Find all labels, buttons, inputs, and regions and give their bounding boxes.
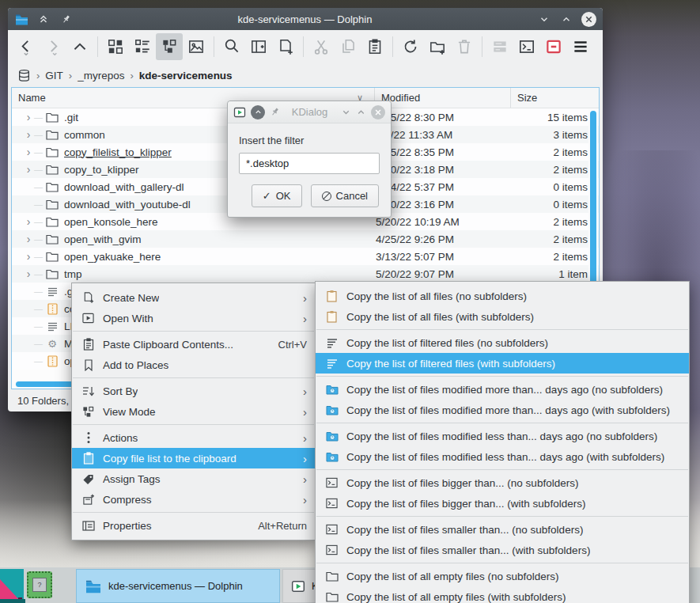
expander-icon[interactable]: › [23,112,34,123]
minimize-icon[interactable] [341,107,351,117]
pager-widget-icon[interactable]: ? [27,571,52,598]
submenu-item[interactable]: Copy the list of all files (with subfold… [316,306,689,327]
new-tab-button[interactable] [272,33,299,60]
submenu-item[interactable]: Copy the list of filtered files (no subf… [316,332,689,353]
table-row[interactable]: › ⚙ open_with_gvim 4/25/22 9:26 PM 2 ite… [12,230,599,248]
expander-icon[interactable]: › [23,268,34,279]
ok-button[interactable]: ✓ OK [252,184,302,207]
expander-icon[interactable]: › [23,164,34,175]
places-drive-icon[interactable] [17,69,31,82]
tree-tick [34,147,45,157]
table-row[interactable]: › ⚙ open_yakuake_here 3/13/22 5:07 PM 2 … [12,248,599,265]
keep-above-icon[interactable] [251,105,265,119]
close-icon[interactable] [581,12,596,27]
menu-item-assign-tags[interactable]: Assign Tags › [72,468,315,489]
file-modified: 4/25/22 9:26 PM [369,233,505,245]
icons-view-button[interactable] [102,33,129,60]
keep-above-icon[interactable] [36,12,51,26]
menu-separator [316,329,688,330]
new-folder-button[interactable] [424,33,451,60]
filter-bar-button[interactable] [540,33,567,60]
menu-item-paste[interactable]: Paste Clipboard Contents... Ctrl+V [72,334,315,355]
app-launcher-icon[interactable] [0,569,24,603]
submenu-item[interactable]: Copy the list of all empty files (no sub… [316,566,689,586]
menu-item-properties[interactable]: Properties Alt+Return [72,515,315,536]
table-row[interactable]: › ⚙ tmp 5/20/22 9:07 PM 1 item [12,265,599,283]
submenu-arrow-icon: › [303,453,307,465]
refresh-button[interactable] [397,33,424,60]
compact-view-button[interactable] [129,33,156,60]
trash-button[interactable] [451,33,478,60]
pin-icon[interactable] [270,107,280,117]
column-header-modified[interactable]: Modified [374,88,510,108]
blue-folder-clock-icon [325,383,339,396]
submenu-item[interactable]: Copy the list of files bigger than... (w… [316,493,689,514]
paste-icon [81,338,95,351]
preview-button[interactable] [183,33,210,60]
menu-item-view-mode[interactable]: View Mode › [72,401,315,422]
breadcrumb-item[interactable]: GIT [45,70,63,82]
pin-icon[interactable] [59,12,73,26]
submenu-item-selected[interactable]: Copy the list of filtered files (with su… [316,353,689,374]
hamburger-menu-button[interactable] [567,33,594,60]
submenu-item[interactable]: Copy the list of files modified more tha… [316,400,689,420]
kdialog-title: KDialog [283,106,336,118]
back-button[interactable] [13,33,40,60]
maximize-icon[interactable] [356,107,366,117]
menu-item-create-new[interactable]: Create New › [72,287,315,308]
expander-icon[interactable]: › [23,129,34,140]
menu-item-sort-by[interactable]: Sort By › [72,381,315,401]
kdialog-titlebar[interactable]: KDialog [228,101,391,123]
forward-button[interactable] [40,33,66,60]
submenu-arrow-icon: › [303,313,307,324]
cancel-button[interactable]: Cancel [311,184,379,207]
terminal-button[interactable] [513,33,540,60]
file-size: 2 items [505,164,599,176]
search-button[interactable] [218,33,245,60]
maximize-icon[interactable] [559,12,573,26]
copy-button[interactable] [335,33,361,60]
file-icon: ⚙ [45,163,59,176]
cut-button[interactable] [308,33,335,60]
disabled-sort-icon[interactable] [486,33,513,60]
breadcrumb-item-current[interactable]: kde-servicemenus [139,70,233,82]
expander-icon[interactable]: › [23,233,34,245]
breadcrumb-item[interactable]: _myrepos [78,70,124,82]
filter-input[interactable] [239,153,380,174]
up-button[interactable] [66,33,93,60]
dolphin-task-icon [85,579,102,594]
dolphin-app-icon[interactable] [14,12,28,26]
menu-item-copy-file-list[interactable]: Copy file list to the clipboard › [72,448,315,468]
submenu-item[interactable]: Copy the list of files modified less tha… [316,426,689,446]
submenu-item[interactable]: Copy the list of files modified less tha… [316,446,689,467]
submenu-item[interactable]: Copy the list of files bigger than... (n… [316,472,689,493]
minimize-icon[interactable] [537,12,551,26]
file-icon: ⚙ [45,267,59,280]
split-view-button[interactable] [245,33,272,60]
tree-tick [34,217,45,226]
titlebar[interactable]: kde-servicemenus — Dolphin [8,8,603,30]
menu-item-open-with[interactable]: Open With › [72,308,315,328]
close-icon[interactable] [371,105,385,119]
menu-item-compress[interactable]: Compress › [72,489,315,510]
menu-item-actions[interactable]: Actions › [72,427,315,448]
details-view-button[interactable] [156,33,183,60]
file-size: 2 items [505,146,599,158]
taskbar-task-dolphin[interactable]: kde-servicemenus — Dolphin [76,569,280,603]
submenu-item[interactable]: Copy the list of files modified more tha… [316,379,689,400]
submenu-item[interactable]: Copy the list of files smaller than... (… [316,519,689,540]
submenu-item[interactable]: Copy the list of all empty files (with s… [316,586,689,603]
menu-item-add-to-places[interactable]: Add to Places [72,355,315,375]
expander-icon[interactable]: › [23,146,34,157]
column-header-size[interactable]: Size [510,88,599,108]
properties-icon [81,519,95,532]
paste-button[interactable] [361,33,388,60]
file-icon: ⚙ [45,215,59,228]
expander-icon[interactable]: › [23,216,34,227]
submenu-item[interactable]: Copy the list of all files (no subfolder… [316,286,689,306]
file-size: 2 items [505,233,599,245]
submenu-item[interactable]: Copy the list of files smaller than... (… [316,540,689,560]
menu-separator [73,512,314,513]
expander-icon[interactable]: › [23,251,34,262]
tag-icon [81,472,95,485]
